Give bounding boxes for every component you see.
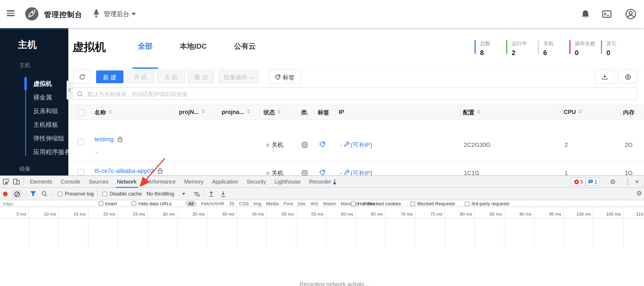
power-off-button[interactable]: 关 机 xyxy=(157,70,185,83)
devtools-tab-console[interactable]: Console xyxy=(56,176,84,188)
timeline-tick-label[interactable]: 105 ms xyxy=(594,211,621,216)
devtools-tab-label[interactable]: Performance xyxy=(145,176,176,188)
timeline-tick-label[interactable]: 20 ms xyxy=(89,211,116,216)
timeline-gridline[interactable] xyxy=(88,207,88,249)
hide-data-urls-label[interactable]: Hide data URLs xyxy=(138,201,172,206)
export-har-icon[interactable] xyxy=(220,190,226,197)
notifications-bell-icon[interactable] xyxy=(581,9,590,19)
filter-checkbox-label[interactable]: 3rd-party requests xyxy=(471,201,510,206)
column-header-status[interactable]: 状态 xyxy=(264,109,281,117)
sidebar-item[interactable]: 应用程序服务 xyxy=(0,145,68,159)
error-badge[interactable]: 5 xyxy=(572,178,586,186)
timeline-gridline[interactable] xyxy=(593,207,594,249)
devtools-tab-network[interactable]: Network xyxy=(113,176,141,188)
stat-value[interactable]: 2 xyxy=(512,49,538,57)
sort-icon[interactable] xyxy=(108,110,112,114)
preserve-log-label[interactable]: Preserve log xyxy=(65,191,94,197)
timeline-tick-label[interactable]: 10 ms xyxy=(30,211,56,216)
timeline-gridline[interactable] xyxy=(444,207,445,249)
network-timeline[interactable]: 5 ms10 ms15 ms20 ms25 ms30 ms35 ms40 ms4… xyxy=(0,207,644,249)
sidebar-item[interactable]: 裸金属 xyxy=(0,90,68,104)
filter-pill[interactable]: Font xyxy=(284,201,293,206)
timeline-tick-label[interactable]: 25 ms xyxy=(119,211,145,216)
record-button[interactable] xyxy=(3,192,8,196)
device-toolbar-icon[interactable] xyxy=(13,178,20,186)
network-conditions-icon[interactable] xyxy=(193,190,200,197)
wrench-icon[interactable] xyxy=(344,141,350,147)
row-checkbox[interactable] xyxy=(78,169,84,175)
filter-pill[interactable]: Wasm xyxy=(323,201,336,206)
import-har-icon[interactable] xyxy=(208,190,214,197)
throttling-select[interactable]: No throttling xyxy=(146,191,174,197)
devtools-tab-recorder[interactable]: Recorder xyxy=(305,176,342,188)
timeline-gridline[interactable] xyxy=(177,207,178,249)
devtools-settings-gear-icon[interactable]: ⚙ xyxy=(610,178,616,186)
page-tab[interactable]: 全部 xyxy=(132,39,158,69)
refresh-button[interactable] xyxy=(73,70,91,83)
network-settings-gear-icon[interactable]: ⚙ xyxy=(636,189,642,197)
invert-label[interactable]: Invert xyxy=(105,201,117,206)
filter-pill[interactable]: Media xyxy=(266,201,279,206)
vm-stat[interactable]: 操作失败0 xyxy=(569,40,601,54)
inspect-element-icon[interactable] xyxy=(2,178,10,186)
devtools-tab-label[interactable]: Memory xyxy=(184,176,204,188)
sort-icon[interactable] xyxy=(578,109,582,114)
column-header-projname[interactable]: projna... xyxy=(222,109,250,115)
timeline-gridline[interactable] xyxy=(266,207,267,249)
network-filter-input[interactable] xyxy=(2,201,71,207)
brand-logo[interactable] xyxy=(25,7,38,20)
checkbox-icon[interactable] xyxy=(464,201,469,206)
fix-ip-link[interactable]: (可补IP) xyxy=(350,141,372,149)
devtools-tab-label[interactable]: Application xyxy=(212,176,238,188)
sidebar-collapse-toggle[interactable] xyxy=(66,81,72,99)
select-all-checkbox[interactable] xyxy=(78,109,84,116)
hide-data-urls-checkbox[interactable] xyxy=(132,201,136,206)
devtools-tab-label[interactable]: Security xyxy=(246,176,266,188)
page-tab[interactable]: 本地IDC xyxy=(174,39,212,69)
timeline-gridline[interactable] xyxy=(474,207,475,249)
row-checkbox[interactable] xyxy=(78,139,84,145)
devtools-tab-performance[interactable]: Performance xyxy=(141,176,180,188)
devtools-tab-label[interactable]: Network xyxy=(117,176,137,188)
timeline-gridline[interactable] xyxy=(28,207,29,249)
devtools-tab-application[interactable]: Application xyxy=(208,176,242,188)
timeline-gridline[interactable] xyxy=(236,207,237,249)
devtools-more-options-icon[interactable]: ⋮ xyxy=(624,178,631,186)
devtools-tab-elements[interactable]: Elements xyxy=(26,176,56,188)
disable-cache-checkbox[interactable] xyxy=(102,192,107,196)
throttling-caret-icon[interactable] xyxy=(182,193,185,195)
flask-icon[interactable] xyxy=(333,179,337,184)
timeline-gridline[interactable] xyxy=(147,207,148,249)
devtools-tab-label[interactable]: Recorder xyxy=(309,176,331,188)
column-header-config[interactable]: 配置 xyxy=(463,109,480,117)
timeline-gridline[interactable] xyxy=(623,207,623,249)
timeline-gridline[interactable] xyxy=(504,207,504,249)
stat-value[interactable]: 0 xyxy=(575,49,601,57)
timeline-tick-label[interactable]: 55 ms xyxy=(297,211,324,216)
timeline-gridline[interactable] xyxy=(326,207,326,249)
hamburger-menu-icon[interactable] xyxy=(7,10,14,16)
message-badge[interactable]: 1 xyxy=(586,178,600,186)
devtools-tab-sources[interactable]: Sources xyxy=(84,176,113,188)
batch-actions-button[interactable]: 批量操作 xyxy=(219,70,258,83)
timeline-tick-label[interactable]: 65 ms xyxy=(356,211,383,216)
stat-label[interactable]: 其它 xyxy=(606,40,632,47)
column-header-projn[interactable]: projN... xyxy=(179,109,205,115)
filter-checkbox-item[interactable]: 3rd-party requests xyxy=(464,201,510,206)
vm-stat[interactable]: 其它0 xyxy=(601,40,632,54)
filter-toggle-icon[interactable] xyxy=(30,191,36,197)
vm-name-link[interactable]: testimg xyxy=(94,136,122,143)
timeline-gridline[interactable] xyxy=(415,207,415,249)
timeline-gridline[interactable] xyxy=(355,207,356,249)
sort-icon[interactable] xyxy=(201,109,205,114)
filter-checkbox-label[interactable]: Blocked Requests xyxy=(417,201,455,206)
devtools-close-icon[interactable]: × xyxy=(635,178,639,186)
timeline-tick-label[interactable]: 5 ms xyxy=(0,211,26,216)
row-tag-icon[interactable] xyxy=(319,169,326,175)
export-list-button[interactable] xyxy=(595,70,614,83)
filter-pill[interactable]: Img xyxy=(254,201,261,206)
filter-checkbox-item[interactable]: Has blocked cookies xyxy=(351,201,401,206)
create-button[interactable]: 新 建 xyxy=(96,70,124,83)
timeline-tick-label[interactable]: 100 ms xyxy=(564,211,591,216)
timeline-tick-label[interactable]: 80 ms xyxy=(446,211,472,216)
